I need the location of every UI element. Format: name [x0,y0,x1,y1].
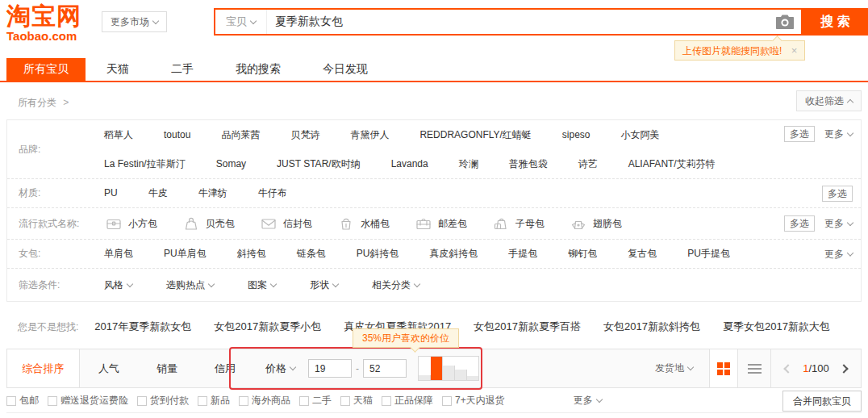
bag-option[interactable]: PU手提包 [687,240,730,268]
grid-view-button[interactable] [709,349,738,387]
condition-filter-row: 筛选条件: 风格 选购热点 图案 形状 相关分类 [7,269,861,301]
checkbox-secondhand[interactable]: 二手 [299,394,332,408]
condition-dropdown-related[interactable]: 相关分类 [372,269,419,301]
collapse-filters-button[interactable]: 收起筛选 [796,90,862,111]
checkbox-7day-return[interactable]: 7+天内退货 [442,394,505,408]
prev-page-icon[interactable] [784,364,793,373]
sort-credit-button[interactable]: 信用 [196,362,254,376]
bag-option[interactable]: PU单肩包 [164,240,207,268]
sort-price-dropdown[interactable]: 价格 [265,362,295,376]
brand-option[interactable]: 青黛伊人 [350,120,389,149]
checkbox-new[interactable]: 新品 [198,394,230,408]
chevron-down-icon [414,280,420,286]
suggestion-link[interactable]: 夏季女包2017新款大包 [723,320,830,334]
bag-option[interactable]: 链条包 [297,240,326,268]
next-page-icon[interactable] [839,364,848,373]
ship-from-dropdown[interactable]: 发货地 [655,362,709,375]
brand-option[interactable]: JUST STAR/欧时纳 [277,149,361,178]
brand-option[interactable]: 品尚莱茜 [221,120,260,149]
style-more-link[interactable]: 更多 [824,217,853,231]
bag-option[interactable]: 单肩包 [104,240,133,268]
brand-option[interactable]: 贝梵诗 [290,120,319,149]
checkbox-tmall[interactable]: 天猫 [340,394,373,408]
checkbox-cod[interactable]: 货到付款 [137,394,189,408]
brand-option[interactable]: ALIAFANT/艾莉芬特 [628,149,716,178]
brand-option[interactable]: Lavanda [391,149,428,178]
tab-today-discover[interactable]: 今日发现 [302,58,389,81]
material-option[interactable]: 牛仔布 [258,179,287,207]
material-multi-select-button[interactable]: 多选 [822,186,853,202]
more-markets-button[interactable]: 更多市场 [102,11,167,32]
search-input[interactable] [267,10,775,34]
merge-same-items-button[interactable]: 合并同款宝贝 [782,391,862,412]
brand-option[interactable]: La Festin/拉菲斯汀 [104,149,186,178]
checkbox-free-shipping[interactable]: 包邮 [6,394,39,408]
suggestion-link[interactable]: 女包2017新款夏季小包 [214,320,321,334]
sort-popularity-button[interactable]: 人气 [80,362,138,376]
condition-dropdown-shape[interactable]: 形状 [310,269,338,301]
suggestion-link[interactable]: 2017年夏季新款女包 [94,320,191,334]
style-option[interactable]: 信封包 [259,208,312,239]
all-categories-label: 所有分类 [18,97,56,108]
brand-multi-select-button[interactable]: 多选 [784,126,815,142]
brand-option[interactable]: 诗艺 [578,149,598,178]
tab-tmall[interactable]: 天猫 [86,58,150,81]
checkbox-return-insurance[interactable]: 赠送退货运费险 [48,394,128,408]
chevron-down-icon [290,364,296,370]
brand-option[interactable]: Somay [216,149,246,178]
condition-dropdown-pattern[interactable]: 图案 [248,269,276,301]
price-min-input[interactable] [308,359,352,378]
bag-option[interactable]: 真皮斜挎包 [429,240,478,268]
style-option[interactable]: 水桶包 [336,208,390,239]
brand-option[interactable]: 玲澜 [459,149,478,178]
condition-dropdown-style[interactable]: 风格 [104,269,132,301]
list-view-button[interactable] [738,349,770,387]
price-max-input[interactable] [363,359,407,378]
checkbox-overseas[interactable]: 海外商品 [239,394,290,408]
tab-secondhand[interactable]: 二手 [150,58,215,81]
bag-more-link[interactable]: 更多 [824,247,853,261]
style-option[interactable]: 子母包 [491,208,545,239]
brand-option[interactable]: 普雅包袋 [509,149,548,178]
tab-my-search[interactable]: 我的搜索 [215,58,302,81]
style-option[interactable]: 邮差包 [414,208,467,239]
chevron-down-icon [847,129,853,136]
sort-sales-button[interactable]: 销量 [138,362,196,376]
taobao-logo[interactable]: 淘宝网 Taobao.com [6,4,81,42]
search-scope-label: 宝贝 [226,15,247,29]
style-option[interactable]: 小方包 [104,208,157,239]
brand-option[interactable]: toutou [164,120,190,149]
price-histogram[interactable] [418,356,479,381]
bag-option[interactable]: 铆钉包 [568,240,597,268]
bag-option[interactable]: 手提包 [508,240,537,268]
brand-option[interactable]: REDDRAGONFLY/红蜻蜓 [419,120,531,149]
search-button[interactable]: 搜 索 [803,8,868,36]
footer-more-link[interactable]: 更多 [574,394,602,408]
more-markets-label: 更多市场 [111,15,149,29]
material-option[interactable]: 牛津纺 [198,179,227,207]
style-option[interactable]: 翅膀包 [569,208,622,239]
brand-option[interactable]: 小女阿美 [621,120,660,149]
tab-all-items[interactable]: 所有宝贝 [6,58,86,81]
style-option[interactable]: 贝壳包 [182,208,235,239]
camera-icon[interactable] [775,14,795,30]
material-option[interactable]: 牛皮 [148,179,168,207]
checkbox-authentic[interactable]: 正品保障 [382,394,433,408]
brand-option[interactable]: 稻草人 [104,120,133,149]
image-search-tooltip: 上传图片就能搜同款啦! × [674,40,805,61]
close-icon[interactable]: × [791,44,798,56]
suggestion-link[interactable]: 女包2017新款夏季百搭 [474,320,581,334]
all-categories-link[interactable]: 所有分类 > [18,96,69,110]
search-scope-select[interactable]: 宝贝 [215,10,267,34]
bag-option[interactable]: 复古包 [628,240,657,268]
material-option[interactable]: PU [104,179,118,207]
sort-composite-button[interactable]: 综合排序 [7,349,80,387]
total-pages: /100 [808,362,828,374]
style-multi-select-button[interactable]: 多选 [784,215,815,232]
suggestion-link[interactable]: 女包2017新款斜挎包 [603,320,700,334]
bag-option[interactable]: 斜挎包 [237,240,266,268]
condition-dropdown-hotspot[interactable]: 选购热点 [166,269,214,301]
brand-option[interactable]: sipeso [562,120,590,149]
bag-option[interactable]: PU斜挎包 [357,240,399,268]
brand-more-link[interactable]: 更多 [824,127,853,141]
